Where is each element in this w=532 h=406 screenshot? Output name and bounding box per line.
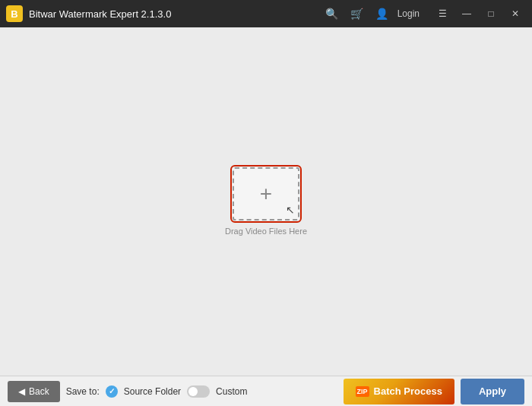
batch-process-label: Batch Process xyxy=(374,385,442,397)
back-button[interactable]: ◀ Back xyxy=(8,381,60,402)
window-controls: ☰ — □ ✕ xyxy=(432,3,526,24)
search-icon[interactable]: 🔍 xyxy=(325,8,338,20)
custom-toggle[interactable] xyxy=(187,385,210,398)
app-title: Bitwar Watermark Expert 2.1.3.0 xyxy=(29,8,325,20)
drop-zone-wrapper: + Drag Video Files Here xyxy=(225,167,307,236)
login-button[interactable]: Login xyxy=(397,8,420,19)
batch-icon-text: ZIP xyxy=(357,388,368,395)
cart-icon[interactable]: 🛒 xyxy=(350,8,363,20)
logo-letter: B xyxy=(11,8,17,20)
maximize-button[interactable]: □ xyxy=(480,3,502,24)
source-folder-label: Source Folder xyxy=(124,386,181,397)
close-button[interactable]: ✕ xyxy=(505,3,526,24)
batch-process-icon: ZIP xyxy=(356,386,369,397)
source-folder-checkbox[interactable] xyxy=(106,385,118,398)
title-bar: B Bitwar Watermark Expert 2.1.3.0 🔍 🛒 👤 … xyxy=(0,0,532,27)
batch-process-button[interactable]: ZIP Batch Process xyxy=(344,379,454,404)
apply-label: Apply xyxy=(479,385,506,397)
back-icon: ◀ xyxy=(18,386,25,397)
drop-label: Drag Video Files Here xyxy=(225,227,307,236)
save-to-label: Save to: xyxy=(66,386,100,397)
login-label: Login xyxy=(397,8,420,19)
custom-label: Custom xyxy=(216,386,247,397)
user-icon[interactable]: 👤 xyxy=(375,8,388,20)
title-icons: 🔍 🛒 👤 xyxy=(325,8,388,20)
app-logo: B xyxy=(6,5,23,22)
drop-zone[interactable]: + xyxy=(233,167,299,220)
menu-icon[interactable]: ☰ xyxy=(432,3,453,24)
minimize-button[interactable]: — xyxy=(456,3,477,24)
back-label: Back xyxy=(29,386,49,397)
apply-button[interactable]: Apply xyxy=(461,379,524,404)
add-files-icon: + xyxy=(260,183,272,205)
bottom-bar: ◀ Back Save to: Source Folder Custom ZIP… xyxy=(0,376,532,406)
main-content: + Drag Video Files Here xyxy=(0,27,532,376)
